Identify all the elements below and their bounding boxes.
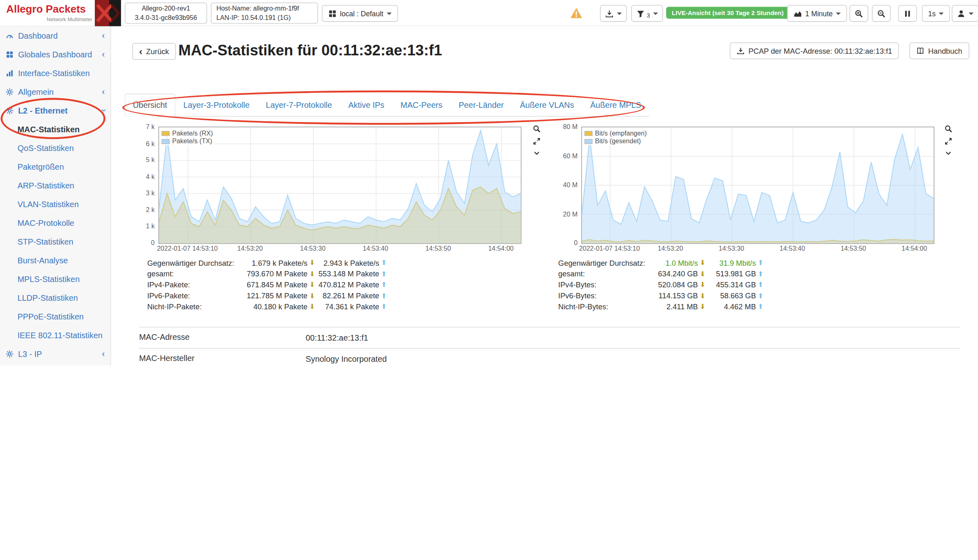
download-button[interactable] [600,5,627,22]
app-logo[interactable]: Allegro Packets Network Multimeter [6,3,92,23]
sidebar-item-lldp-statistiken[interactable]: LLDP-Statistiken [0,288,110,307]
stats-row: Nicht-IP-Bytes: 2.411 MB⬇ 4.462 MB⬆ [558,301,766,312]
chart-toolbar [533,125,541,157]
sidebar-item-arp-statistiken[interactable]: ARP-Statistiken [0,176,110,195]
zoom-out-button[interactable] [872,5,890,22]
warning-icon[interactable] [570,7,583,20]
manual-button[interactable]: Handbuch [909,42,969,59]
sidebar-item-globales-dashboard[interactable]: Globales Dashboard ‹ [0,45,110,63]
chevron-down-icon[interactable] [945,150,952,157]
gear-icon [6,350,14,358]
pause-icon [903,9,912,18]
refresh-interval-button[interactable]: 1s [922,5,950,22]
sidebar-item-paketgroessen[interactable]: Paketgrößen [0,157,110,176]
chevron-left-icon: ‹ [102,349,105,358]
sidebar-item-allgemein[interactable]: Allgemein ‹ [0,82,110,101]
device-info-box: Allegro-200-rev1 3.4.0-31-gc8e93b956 [125,2,207,24]
host-info-box: Host-Name: allegro-mm-1f9f LAN-IP: 10.54… [211,2,318,24]
pcap-download-button[interactable]: PCAP der MAC-Adresse: 00:11:32:ae:13:f1 [730,42,899,59]
gear-icon [6,106,14,114]
chevron-down-icon[interactable] [533,150,540,157]
tab-aktive-ips[interactable]: Aktive IPs [340,94,392,117]
sidebar-item-pppoe-statistiken[interactable]: PPPoE-Statistiken [0,307,110,326]
sidebar-item-vlan-statistiken[interactable]: VLAN-Statistiken [0,195,110,213]
live-view-badge[interactable]: LIVE-Ansicht (seit 30 Tage 2 Stunden) [666,7,789,19]
packets-plot[interactable]: Pakete/s (RX)Pakete/s (TX) [158,127,521,244]
table-row: MAC-Hersteller Synology Incorporated [139,348,960,365]
x-axis-labels: 2022-01-07 14:53:1014:53:2014:53:3014:53… [158,245,520,253]
filter-icon [636,9,645,18]
down-arrow-icon: ⬇ [308,259,317,267]
sidebar-item-interface-statistiken[interactable]: Interface-Statistiken [0,63,110,82]
up-arrow-icon: ⬆ [756,303,765,311]
tab-aeussere-mpls[interactable]: Äußere MPLS [582,94,649,117]
sidebar-item-burst-analyse[interactable]: Burst-Analyse [0,251,110,269]
pcap-label: PCAP der MAC-Adresse: 00:11:32:ae:13:f1 [748,46,892,55]
top-header: Allegro Packets Network Multimeter Alleg… [0,0,978,26]
interval-selector[interactable]: 1 Minute [787,5,847,22]
bits-plot[interactable]: Bit/s (empfangen)Bit/s (gesendet) [581,127,934,244]
gauge-icon [6,31,14,39]
down-arrow-icon: ⬇ [308,270,317,278]
area-chart-icon [793,9,802,18]
caret-down-icon [969,12,974,15]
tab-layer-7-protokolle[interactable]: Layer-7-Protokolle [258,94,340,117]
up-arrow-icon: ⬆ [379,292,389,300]
caret-down-icon [836,12,841,15]
caret-down-icon [387,12,392,15]
sidebar-item-qos-statistiken[interactable]: QoS-Statistiken [0,138,110,157]
sidebar-item-mac-protokolle[interactable]: MAC-Protokolle [0,213,110,232]
tab-peer-laender[interactable]: Peer-Länder [451,94,512,117]
user-menu-button[interactable] [952,5,978,22]
sidebar-item-ieee80211-statistiken[interactable]: IEEE 802.11-Statistiken [0,326,110,344]
pause-button[interactable] [898,5,917,22]
chart-legend: Bit/s (empfangen)Bit/s (gesendet) [584,129,649,145]
y-axis-labels: 01 k2 k3 k4 k5 k6 k7 k [137,127,156,243]
scope-label: local : Default [340,10,383,17]
filter-button[interactable]: 3 [631,5,663,22]
refresh-interval-label: 1s [928,10,936,17]
tab-layer-3-protokolle[interactable]: Layer-3-Protokolle [175,94,258,117]
stats-row: gesamt: 634.240 GB⬇ 513.981 GB⬆ [558,269,766,280]
up-arrow-icon: ⬆ [379,259,389,267]
sidebar-item-l2-ethernet[interactable]: L2 - Ethernet ‹ [0,101,110,120]
sidebar-item-l4-transport[interactable]: L4 - Transport ‹ [0,363,110,365]
zoom-in-button[interactable] [849,5,868,22]
firmware-version: 3.4.0-31-gc8e93b956 [130,13,201,22]
sidebar-item-l3-ip[interactable]: L3 - IP ‹ [0,344,110,363]
down-arrow-icon: ⬇ [698,303,707,311]
sidebar-item-mac-statistiken[interactable]: MAC-Statistiken [0,120,110,138]
down-arrow-icon: ⬇ [308,303,317,311]
tab-uebersicht[interactable]: Übersicht [125,94,175,117]
chevron-left-icon: ‹ [139,46,142,57]
expand-icon[interactable] [533,137,541,145]
back-button[interactable]: ‹ Zurück [132,43,176,60]
bar-chart-icon [6,69,14,77]
zoom-icon[interactable] [944,125,952,133]
detail-label: MAC-Adresse [139,332,306,343]
caret-down-icon [617,12,622,15]
table-row: MAC-Adresse 00:11:32:ae:13:f1 [139,327,960,348]
up-arrow-icon: ⬆ [756,270,765,278]
chevron-left-icon: ‹ [102,50,105,59]
gear-icon [6,88,14,96]
zoom-icon[interactable] [533,125,541,133]
down-arrow-icon: ⬇ [308,281,317,289]
download-icon [737,47,745,55]
chevron-left-icon: ‹ [102,88,105,96]
chevron-left-icon: ‹ [102,31,105,40]
lan-ip: LAN-IP: 10.54.0.191 (1G) [217,13,313,22]
x-axis-labels: 2022-01-07 14:53:1014:53:2014:53:3014:53… [581,245,933,253]
scope-selector[interactable]: local : Default [322,5,398,22]
expand-icon[interactable] [944,137,952,145]
sidebar-item-dashboard[interactable]: Dashboard ‹ [0,26,110,45]
sidebar-item-stp-statistiken[interactable]: STP-Statistiken [0,232,110,251]
tab-aeussere-vlans[interactable]: Äußere VLANs [512,94,582,117]
sidebar-item-mpls-statistiken[interactable]: MPLS-Statistiken [0,269,110,288]
down-arrow-icon: ⬇ [698,292,707,300]
tab-mac-peers[interactable]: MAC-Peers [392,94,451,117]
down-arrow-icon: ⬇ [698,259,707,267]
device-name: Allegro-200-rev1 [130,4,201,13]
stats-row: gesamt: 793.670 M Pakete⬇ 553.148 M Pake… [147,269,389,280]
logo-title: Allegro Packets [6,3,92,16]
